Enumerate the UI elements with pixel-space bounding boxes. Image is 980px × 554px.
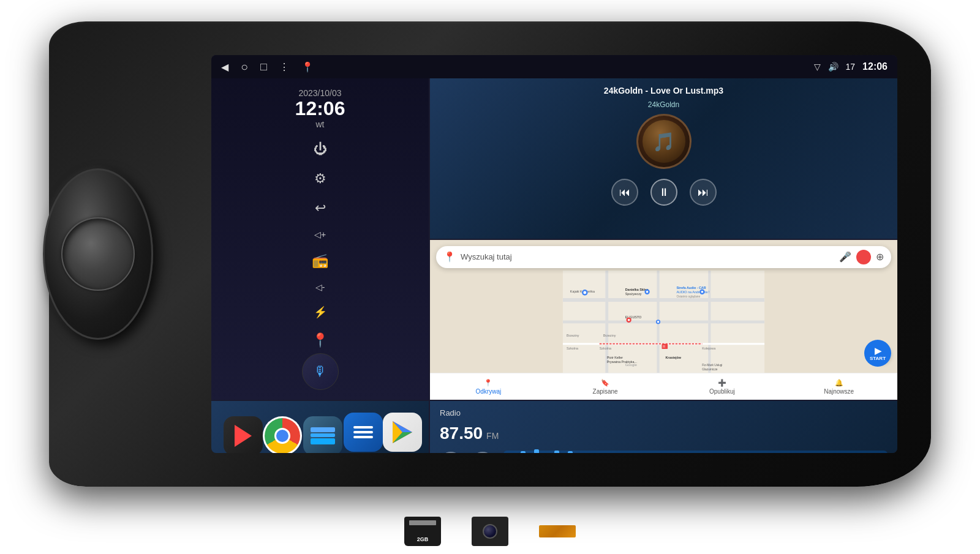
knob-outer[interactable] [43, 168, 153, 340]
power-button[interactable]: ⏻ [314, 141, 327, 157]
wifi-icon: ▽ [814, 62, 821, 72]
viz-bar-5 [534, 449, 539, 453]
najnowsze-label: Najnowsze [824, 388, 854, 395]
location-icon[interactable]: 📍 [312, 332, 328, 348]
home-button[interactable]: ○ [241, 60, 248, 74]
viz-bar-10 [568, 451, 573, 453]
radio-prev-button[interactable]: ⏪ [440, 452, 462, 453]
wideo-icon [224, 416, 263, 453]
volume-plus-icon[interactable]: ◁+ [314, 230, 326, 239]
map-search-bar[interactable]: 📍 Wyszukaj tutaj 🎤 ⊕ [436, 246, 891, 268]
album-art: 🎵 [636, 114, 692, 169]
radio-band: FM [486, 431, 499, 441]
app-filemanager[interactable]: Menedżer P... [344, 413, 383, 453]
wyrownywarka-icon [303, 416, 342, 453]
start-nav-icon: ▶ [875, 346, 881, 356]
viz-bar-8 [554, 451, 559, 453]
camera-lens [483, 524, 497, 539]
opublikuj-label: Opublikuj [709, 388, 735, 395]
main-screen: ◀ ○ □ ⋮ 📍 ▽ 🔊 17 12:06 2023 [211, 55, 897, 453]
nav-icons: ◀ ○ □ ⋮ 📍 [221, 60, 314, 74]
status-time: 12:06 [862, 61, 888, 72]
camera-accessory [469, 514, 511, 548]
radio-visualizer [503, 451, 888, 453]
zapisane-icon: 🔖 [601, 379, 609, 387]
radio-controls-row: ⏪ ⏩ [440, 451, 888, 453]
svg-text:Google: Google [625, 362, 638, 366]
sd-contacts [409, 520, 436, 525]
settings-icon[interactable]: ⚙ [314, 171, 326, 187]
radio-next-button[interactable]: ⏩ [472, 452, 494, 453]
microphone-icon: 🎙 [314, 364, 327, 380]
svg-text:Krasiejów: Krasiejów [665, 355, 681, 359]
map-panel[interactable]: 📍 Wyszukaj tutaj 🎤 ⊕ [430, 240, 897, 400]
datetime-block: 2023/10/03 12:06 wt [295, 88, 345, 129]
sd-card-icon: 2GB [404, 517, 441, 546]
sd-label: 2GB [417, 536, 429, 542]
map-tab-opublikuj[interactable]: ➕ Opublikuj [664, 379, 781, 395]
bluetooth-icon[interactable]: ⚡ [314, 305, 327, 319]
left-sidebar: 2023/10/03 12:06 wt ⏻ ⚙ ↩ ◁+ 📻 ◁- ⚡ 📍 [211, 78, 429, 400]
svg-text:Piotr Keller: Piotr Keller [607, 355, 623, 359]
map-compass-icon[interactable]: ⊕ [876, 251, 884, 263]
map-tab-najnowsze[interactable]: 🔔 Najnowsze [780, 379, 897, 395]
map-search-text[interactable]: Wyszukaj tutaj [461, 252, 834, 261]
app-chrome[interactable]: Chrome [263, 416, 302, 453]
start-nav-label: START [870, 356, 886, 361]
knob-inner[interactable] [61, 217, 135, 291]
svg-text:Ostatnio oglądane: Ostatnio oglądane [676, 295, 700, 298]
music-controls: ⏮ ⏸ ⏭ [611, 179, 717, 206]
map-tab-odkrywaj[interactable]: 📍 Odkrywaj [430, 379, 547, 395]
recents-button[interactable]: □ [260, 61, 267, 73]
next-button[interactable]: ⏭ [690, 179, 717, 206]
maps-button[interactable]: 📍 [301, 61, 314, 73]
radio-panel: Radio 87.50 FM ⏪ ⏩ [430, 401, 897, 453]
radio-frequency: 87.50 [440, 424, 483, 443]
map-tab-zapisane[interactable]: 🔖 Zapisane [547, 379, 664, 395]
svg-point-32 [583, 291, 586, 294]
svg-point-38 [628, 319, 630, 321]
volume-minus-icon[interactable]: ◁- [315, 282, 325, 292]
camera-icon [472, 517, 508, 546]
file-line-2 [353, 431, 373, 433]
car-unit: ◀ ○ □ ⋮ 📍 ▽ 🔊 17 12:06 2023 [0, 0, 980, 508]
bracket-icon-wrapper [536, 514, 579, 548]
eq-bar-1 [311, 427, 335, 432]
back-button[interactable]: ◀ [221, 61, 228, 73]
left-knob[interactable] [31, 150, 153, 358]
datetime-time: 12:06 [295, 98, 345, 119]
svg-text:Strefa Audio - CAR: Strefa Audio - CAR [676, 286, 706, 290]
undo-icon[interactable]: ↩ [315, 200, 326, 216]
music-title: 24kGoldn - Love Or Lust.mp3 [604, 86, 723, 95]
map-bottom-bar: 📍 Odkrywaj 🔖 Zapisane ➕ Opublikuj 🔔 [430, 373, 897, 400]
maps-logo-icon: 📍 [443, 251, 456, 263]
app-wyrownywarka[interactable]: Wyrównywa... [302, 416, 344, 453]
pause-button[interactable]: ⏸ [650, 179, 677, 206]
chrome-inner-circle [274, 428, 290, 444]
app-playstore[interactable]: Sklep Googl... [383, 413, 422, 453]
eq-bar-3 [311, 438, 335, 444]
sd-card-accessory: 2GB [401, 514, 444, 548]
voice-button[interactable]: 🎙 [302, 353, 339, 390]
datetime-date: 2023/10/03 [295, 88, 345, 98]
radio-icon[interactable]: 📻 [312, 253, 328, 269]
file-line-3 [353, 436, 373, 438]
svg-point-34 [646, 291, 649, 293]
playstore-svg [391, 420, 413, 444]
music-panel: 24kGoldn - Love Or Lust.mp3 24kGoldn 🎵 ⏮… [430, 78, 897, 239]
svg-text:Brzeziny: Brzeziny [567, 333, 579, 337]
svg-text:Szkolna: Szkolna [567, 346, 578, 350]
map-svg: Kajaki Krasieńka Danielka Sklep Spożywcz… [430, 271, 897, 373]
najnowsze-icon: 🔔 [835, 379, 843, 387]
menu-button[interactable]: ⋮ [279, 61, 289, 73]
svg-text:Kolejowa: Kolejowa [702, 346, 715, 350]
accessories-bar: 2GB [401, 508, 579, 554]
nav-start-button[interactable]: ▶ START [864, 340, 891, 367]
svg-text:Fiz-Mark Usługi: Fiz-Mark Usługi [702, 363, 722, 366]
album-face-inner: 🎵 [643, 120, 685, 163]
bracket-icon [539, 525, 576, 537]
app-wideo[interactable]: wideo [224, 416, 263, 453]
prev-button[interactable]: ⏮ [611, 179, 638, 206]
map-mic-icon[interactable]: 🎤 [839, 251, 851, 263]
file-line-1 [353, 426, 373, 429]
